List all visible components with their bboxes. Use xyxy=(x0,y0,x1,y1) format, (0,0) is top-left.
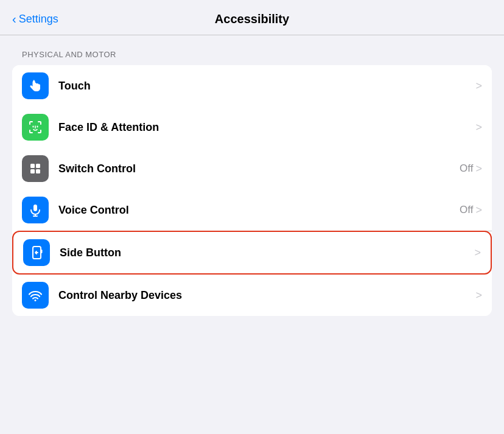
switch-control-row-content: Switch Control Off > xyxy=(58,163,482,175)
voice-icon-svg xyxy=(27,201,44,219)
svg-rect-1 xyxy=(30,164,35,168)
control-nearby-chevron-icon: > xyxy=(475,289,482,302)
faceid-icon-svg xyxy=(27,119,44,136)
touch-chevron-icon: > xyxy=(475,80,482,93)
voice-control-row-right: Off > xyxy=(460,204,482,217)
touch-icon xyxy=(22,72,49,99)
control-nearby-label: Control Nearby Devices xyxy=(58,289,182,302)
touch-label: Touch xyxy=(58,80,91,93)
switch-control-status: Off xyxy=(460,163,473,175)
switch-icon-svg xyxy=(27,160,44,177)
faceid-row-content: Face ID & Attention > xyxy=(58,121,482,134)
svg-point-10 xyxy=(35,299,37,301)
control-nearby-icon-svg xyxy=(27,287,44,304)
touch-row-content: Touch > xyxy=(58,80,482,93)
side-button-label: Side Button xyxy=(60,247,121,259)
switch-control-icon xyxy=(22,155,49,182)
voice-control-row-content: Voice Control Off > xyxy=(58,204,482,217)
control-nearby-icon xyxy=(22,282,49,309)
touch-row-right: > xyxy=(475,80,482,93)
page-title: Accessibility xyxy=(215,12,289,26)
back-label: Settings xyxy=(19,13,58,26)
svg-rect-3 xyxy=(30,169,35,173)
control-nearby-row-content: Control Nearby Devices > xyxy=(58,289,482,302)
svg-rect-4 xyxy=(36,169,40,173)
side-button-row[interactable]: Side Button > xyxy=(12,231,492,275)
back-chevron-icon: ‹ xyxy=(12,12,16,26)
svg-rect-5 xyxy=(33,205,37,211)
faceid-row-right: > xyxy=(475,121,482,134)
svg-rect-2 xyxy=(36,164,40,168)
touch-row[interactable]: Touch > xyxy=(12,65,492,107)
voice-control-chevron-icon: > xyxy=(475,204,482,217)
voice-control-label: Voice Control xyxy=(58,204,129,217)
voice-control-row[interactable]: Voice Control Off > xyxy=(12,189,492,231)
faceid-chevron-icon: > xyxy=(475,121,482,134)
side-button-icon-svg xyxy=(28,244,45,261)
voice-control-status: Off xyxy=(460,204,473,216)
svg-rect-9 xyxy=(41,250,43,253)
touch-icon-svg xyxy=(27,77,44,94)
section-label: PHYSICAL AND MOTOR xyxy=(12,50,492,59)
control-nearby-row[interactable]: Control Nearby Devices > xyxy=(12,275,492,316)
physical-motor-section: PHYSICAL AND MOTOR Touch > xyxy=(0,50,504,316)
voice-control-icon xyxy=(22,197,49,223)
switch-control-chevron-icon: > xyxy=(475,163,482,175)
side-button-row-content: Side Button > xyxy=(60,247,481,259)
header: ‹ Settings Accessibility xyxy=(0,0,504,35)
back-button[interactable]: ‹ Settings xyxy=(12,13,58,26)
faceid-label: Face ID & Attention xyxy=(58,121,159,134)
switch-control-row[interactable]: Switch Control Off > xyxy=(12,148,492,189)
control-nearby-row-right: > xyxy=(475,289,482,302)
faceid-row[interactable]: Face ID & Attention > xyxy=(12,107,492,148)
side-button-icon xyxy=(23,239,50,266)
faceid-icon xyxy=(22,114,49,141)
switch-control-row-right: Off > xyxy=(460,163,482,175)
side-button-row-right: > xyxy=(474,247,481,259)
switch-control-label: Switch Control xyxy=(58,163,136,175)
settings-group: Touch > xyxy=(12,65,492,316)
side-button-chevron-icon: > xyxy=(474,247,481,259)
